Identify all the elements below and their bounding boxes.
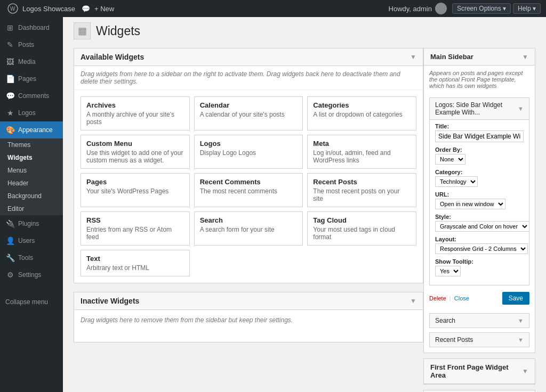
submenu-editor[interactable]: Editor (0, 202, 63, 215)
posts-icon: ✎ (5, 40, 15, 50)
category-select[interactable]: Technlogy (435, 176, 478, 187)
widget-archives[interactable]: Archives A monthly archive of your site'… (81, 96, 190, 130)
inactive-widgets-title: Inactive Widgets (81, 297, 139, 305)
title-label: Title: (435, 123, 524, 129)
widget-areas-column: Main Sidebar ▼ Appears on posts and page… (423, 48, 535, 392)
first-front-page-header[interactable]: First Front Page Widget Area ▼ (424, 359, 535, 384)
first-front-page-title: First Front Page Widget Area (430, 363, 522, 379)
svg-text:W: W (10, 6, 15, 12)
delete-close-links: Delete | Close (429, 295, 469, 301)
url-row: URL: Open in new window (435, 191, 524, 209)
inactive-widgets-desc: Drag widgets here to remove them from th… (74, 310, 423, 342)
logos-widget-title: Logos: Side Bar Widget Example With... (435, 101, 518, 116)
new-content-button[interactable]: + New (94, 5, 114, 13)
avatar (435, 3, 447, 14)
first-front-page-arrow[interactable]: ▼ (522, 368, 528, 375)
widget-logos[interactable]: Logos Display Logo Logos (194, 135, 303, 169)
widget-tag-cloud[interactable]: Tag Cloud Your most used tags in cloud f… (307, 211, 416, 246)
sidebar-item-pages[interactable]: 📄 Pages (0, 70, 63, 87)
sidebar-item-tools[interactable]: 🔧 Tools (0, 249, 63, 266)
settings-icon: ⚙ (5, 270, 15, 280)
layout-select[interactable]: Responsive Grid - 2 Columns (435, 243, 528, 254)
comment-icon[interactable]: 💬 (82, 5, 90, 13)
save-button[interactable]: Save (502, 292, 529, 305)
search-widget-header[interactable]: Search ▼ (429, 313, 529, 328)
admin-bar: W Logos Showcase 💬 + New Howdy, admin Sc… (0, 0, 546, 17)
sidebar-item-settings[interactable]: ⚙ Settings (0, 266, 63, 283)
title-input[interactable] (435, 130, 524, 142)
title-row: Title: (435, 123, 524, 142)
dashboard-icon: ⊞ (5, 23, 15, 32)
tooltip-select[interactable]: Yes (435, 266, 461, 276)
widgets-grid: Archives A monthly archive of your site'… (74, 90, 423, 283)
appearance-submenu: Themes Widgets Menus Header Background E… (0, 138, 63, 215)
collapse-menu-button[interactable]: Collapse menu (0, 294, 63, 310)
site-name[interactable]: Logos Showcase (22, 5, 75, 13)
widget-calendar[interactable]: Calendar A calendar of your site's posts (194, 96, 303, 130)
available-widgets-header[interactable]: Available Widgets ▼ (74, 48, 423, 66)
main-sidebar-panel: Main Sidebar ▼ Appears on posts and page… (423, 48, 535, 353)
inactive-widgets-header[interactable]: Inactive Widgets ▼ (74, 292, 423, 310)
order-by-label: Order By: (435, 146, 524, 153)
style-select[interactable]: Grayscale and Color on hover (435, 221, 529, 232)
help-button[interactable]: Help ▾ (513, 3, 541, 14)
submenu-widgets[interactable]: Widgets (0, 151, 63, 164)
sidebar-item-plugins[interactable]: 🔌 Plugins (0, 215, 63, 232)
widget-recent-comments[interactable]: Recent Comments The most recent comments (194, 173, 303, 207)
submenu-menus[interactable]: Menus (0, 164, 63, 177)
widget-pages[interactable]: Pages Your site's WordPress Pages (81, 173, 190, 207)
sidebar-item-appearance[interactable]: 🎨 Appearance (0, 121, 63, 138)
tools-icon: 🔧 (5, 253, 15, 263)
logos-widget-arrow[interactable]: ▼ (518, 105, 524, 112)
submenu-themes[interactable]: Themes (0, 138, 63, 151)
layout-row: Layout: Responsive Grid - 2 Columns (435, 236, 524, 254)
sidebar-item-posts[interactable]: ✎ Posts (0, 36, 63, 53)
category-row: Category: Technlogy (435, 169, 524, 187)
inactive-widgets-box: Inactive Widgets ▼ Drag widgets here to … (74, 292, 423, 342)
main-sidebar-arrow[interactable]: ▼ (522, 53, 528, 61)
delete-link[interactable]: Delete (429, 295, 446, 301)
pages-icon: 📄 (5, 74, 15, 84)
wp-logo[interactable]: W (5, 1, 20, 16)
recent-posts-widget-header[interactable]: Recent Posts ▼ (429, 332, 529, 347)
available-widgets-arrow[interactable]: ▼ (410, 53, 416, 61)
widget-rss[interactable]: RSS Entries from any RSS or Atom feed (81, 211, 190, 246)
close-link[interactable]: Close (454, 295, 469, 301)
order-by-select[interactable]: None (435, 154, 465, 165)
sidebar-item-media[interactable]: 🖼 Media (0, 53, 63, 70)
submenu-header[interactable]: Header (0, 177, 63, 190)
search-widget-title: Search (435, 317, 455, 324)
widget-search[interactable]: Search A search form for your site (194, 211, 303, 246)
inactive-widgets-arrow[interactable]: ▼ (410, 297, 416, 305)
sidebar-item-dashboard[interactable]: ⊞ Dashboard (0, 19, 63, 36)
layout-label: Layout: (435, 236, 524, 242)
widget-actions: Delete | Close Save (424, 290, 535, 309)
recent-posts-widget-arrow[interactable]: ▼ (518, 337, 524, 343)
second-front-page-panel: Second Front Page Widget Area ▼ (423, 390, 535, 392)
appearance-icon: 🎨 (5, 125, 15, 135)
first-front-page-panel: First Front Page Widget Area ▼ (423, 358, 535, 385)
url-select[interactable]: Open in new window (435, 199, 505, 209)
widget-text[interactable]: Text Arbitrary text or HTML (81, 250, 190, 276)
sidebar-item-logos[interactable]: ★ Logos (0, 104, 63, 121)
logos-widget-header[interactable]: Logos: Side Bar Widget Example With... ▼ (429, 97, 529, 120)
sidebar-item-comments[interactable]: 💬 Comments (0, 87, 63, 104)
recent-posts-widget-title: Recent Posts (435, 336, 473, 344)
logos-widget-form: Title: Order By: None Category: (429, 120, 529, 285)
category-label: Category: (435, 169, 524, 175)
widget-meta[interactable]: Meta Log in/out, admin, feed and WordPre… (307, 135, 416, 169)
search-widget-arrow[interactable]: ▼ (518, 317, 524, 324)
tooltip-row: Show Tooltip: Yes (435, 258, 524, 276)
widget-recent-posts[interactable]: Recent Posts The most recent posts on yo… (307, 173, 416, 207)
widget-categories[interactable]: Categories A list or dropdown of categor… (307, 96, 416, 130)
sidebar-item-users[interactable]: 👤 Users (0, 232, 63, 249)
main-sidebar-header[interactable]: Main Sidebar ▼ (424, 48, 535, 66)
order-by-row: Order By: None (435, 146, 524, 165)
url-label: URL: (435, 191, 524, 198)
widgets-icon: ▦ (78, 25, 87, 37)
submenu-background[interactable]: Background (0, 190, 63, 202)
style-row: Style: Grayscale and Color on hover (435, 214, 524, 232)
screen-options-button[interactable]: Screen Options ▾ (452, 3, 511, 14)
widget-custom-menu[interactable]: Custom Menu Use this widget to add one o… (81, 135, 190, 169)
logos-icon: ★ (5, 108, 15, 118)
